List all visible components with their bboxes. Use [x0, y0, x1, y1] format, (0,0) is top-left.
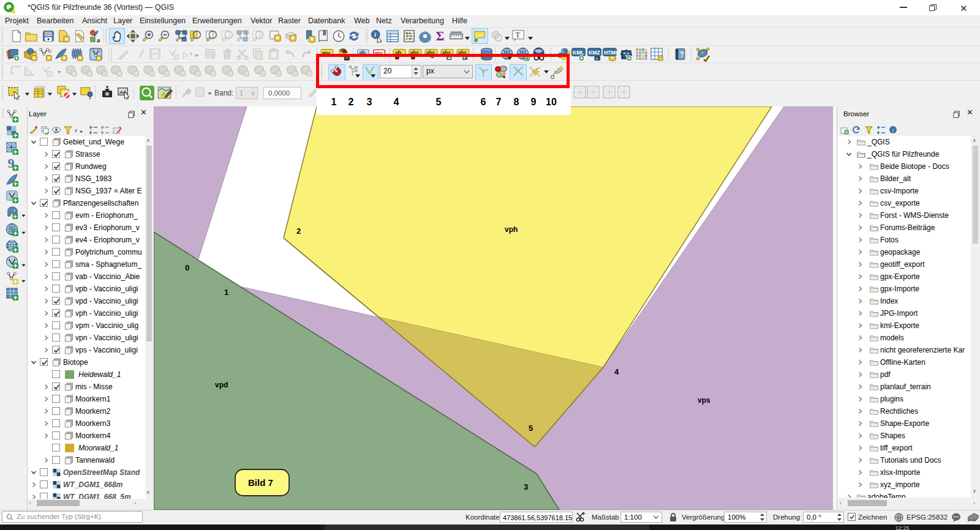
svg-text:KML: KML — [573, 50, 584, 56]
svg-text:fx: fx — [183, 50, 189, 59]
svg-text:vps: vps — [698, 396, 710, 405]
svg-text:T: T — [515, 31, 520, 39]
svg-text:a: a — [97, 36, 100, 43]
svg-text:HTML: HTML — [604, 50, 617, 56]
svg-text:KMZ: KMZ — [589, 50, 600, 56]
svg-text:3: 3 — [524, 482, 528, 491]
svg-text:Bild 7: Bild 7 — [248, 477, 273, 488]
svg-text:Σ: Σ — [436, 29, 445, 43]
svg-text:vph: vph — [505, 225, 518, 234]
svg-text:↳: ↳ — [595, 56, 598, 61]
svg-text:?: ? — [680, 50, 684, 59]
svg-text:ε: ε — [75, 126, 78, 133]
svg-text:4: 4 — [614, 367, 619, 376]
svg-text:2: 2 — [296, 226, 301, 236]
svg-text:0: 0 — [185, 263, 189, 272]
svg-text:5: 5 — [529, 424, 533, 433]
svg-text:1: 1 — [224, 288, 228, 297]
svg-text:vpd: vpd — [215, 381, 228, 389]
